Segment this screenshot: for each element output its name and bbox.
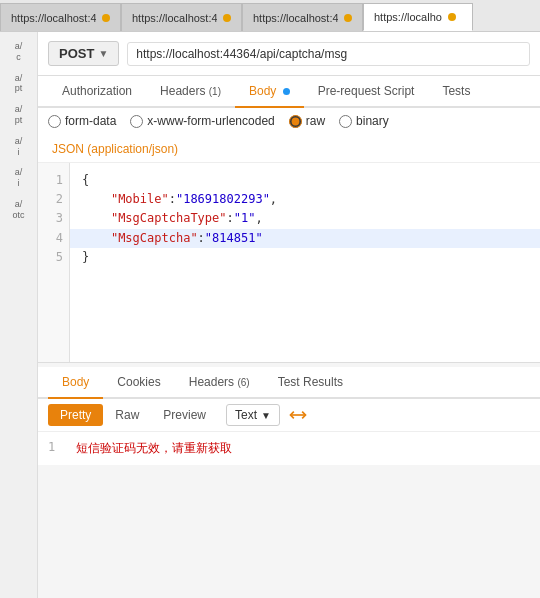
tab-1[interactable]: https://localhost:44 (0, 3, 121, 31)
line-num-2: 2 (44, 190, 63, 209)
main-layout: a/c a/pt a/pt a/i a/i a/otc POST ▼ Autho… (0, 32, 540, 598)
response-tab-cookies-label: Cookies (117, 375, 160, 389)
line-num-3: 3 (44, 209, 63, 228)
tab-bar: https://localhost:44 https://localhost:4… (0, 0, 540, 32)
view-raw-label: Raw (115, 408, 139, 422)
method-arrow-icon: ▼ (98, 48, 108, 59)
tab-pre-request-label: Pre-request Script (318, 84, 415, 98)
response-text-1: 短信验证码无效，请重新获取 (76, 440, 232, 457)
json-type-label: JSON (application/json) (52, 142, 178, 156)
url-input[interactable] (127, 42, 530, 66)
tab-2-label: https://localhost:44 (132, 12, 217, 24)
response-tab-test-results-label: Test Results (278, 375, 343, 389)
tab-authorization[interactable]: Authorization (48, 76, 146, 106)
response-tab-cookies[interactable]: Cookies (103, 367, 174, 397)
line-numbers: 1 2 3 4 5 (38, 163, 70, 362)
tab-2[interactable]: https://localhost:44 (121, 3, 242, 31)
tab-body-label: Body (249, 84, 276, 98)
response-tab-headers-badge: (6) (237, 377, 249, 388)
tab-4[interactable]: https://localho (363, 3, 473, 31)
tab-1-dot (102, 14, 110, 22)
radio-urlencoded[interactable]: x-www-form-urlencoded (130, 114, 274, 128)
tab-1-label: https://localhost:44 (11, 12, 96, 24)
code-line-5: } (82, 248, 528, 267)
line-num-1: 1 (44, 171, 63, 190)
response-tabs: Body Cookies Headers (6) Test Results (38, 367, 540, 399)
tab-body-dot (283, 88, 290, 95)
tab-headers[interactable]: Headers (1) (146, 76, 235, 106)
response-line-num-1: 1 (48, 440, 68, 457)
text-dropdown-arrow-icon: ▼ (261, 410, 271, 421)
tab-3-dot (344, 14, 352, 22)
sidebar: a/c a/pt a/pt a/i a/i a/otc (0, 32, 38, 598)
tab-3[interactable]: https://localhost:44 (242, 3, 363, 31)
response-tab-headers-label: Headers (189, 375, 234, 389)
url-bar: POST ▼ (38, 32, 540, 76)
radio-form-data[interactable]: form-data (48, 114, 116, 128)
view-preview-label: Preview (163, 408, 206, 422)
radio-raw[interactable]: raw (289, 114, 325, 128)
body-type-row: form-data x-www-form-urlencoded raw bina… (38, 108, 540, 163)
method-label: POST (59, 46, 94, 61)
line-num-4: 4 (44, 229, 63, 248)
code-editor: 1 2 3 4 5 { "Mobile":"18691802293", "Msg… (38, 163, 540, 363)
text-dropdown-label: Text (235, 408, 257, 422)
response-tab-body[interactable]: Body (48, 367, 103, 397)
tab-headers-badge: (1) (209, 86, 221, 97)
method-button[interactable]: POST ▼ (48, 41, 119, 66)
code-line-3: "MsgCaptchaType":"1", (82, 209, 528, 228)
code-line-2: "Mobile":"18691802293", (82, 190, 528, 209)
radio-binary[interactable]: binary (339, 114, 389, 128)
response-body: 1 短信验证码无效，请重新获取 (38, 432, 540, 465)
tab-tests-label: Tests (442, 84, 470, 98)
sidebar-item-4[interactable]: a/i (13, 133, 25, 161)
view-preview-button[interactable]: Preview (151, 404, 218, 426)
nav-tabs: Authorization Headers (1) Body Pre-reque… (38, 76, 540, 108)
sidebar-item-5[interactable]: a/i (13, 164, 25, 192)
text-dropdown[interactable]: Text ▼ (226, 404, 280, 426)
sidebar-item-3[interactable]: a/pt (13, 101, 25, 129)
urlencoded-label: x-www-form-urlencoded (147, 114, 274, 128)
form-data-label: form-data (65, 114, 116, 128)
tab-authorization-label: Authorization (62, 84, 132, 98)
tab-4-dot (448, 13, 456, 21)
sidebar-item-6[interactable]: a/otc (10, 196, 26, 224)
tab-pre-request[interactable]: Pre-request Script (304, 76, 429, 106)
content-area: POST ▼ Authorization Headers (1) Body Pr… (38, 32, 540, 598)
response-tab-body-label: Body (62, 375, 89, 389)
raw-label: raw (306, 114, 325, 128)
code-content[interactable]: { "Mobile":"18691802293", "MsgCaptchaTyp… (70, 163, 540, 362)
tab-3-label: https://localhost:44 (253, 12, 338, 24)
view-pretty-label: Pretty (60, 408, 91, 422)
tab-2-dot (223, 14, 231, 22)
tab-body[interactable]: Body (235, 76, 304, 106)
binary-label: binary (356, 114, 389, 128)
response-tab-headers[interactable]: Headers (6) (175, 367, 264, 397)
view-bar: Pretty Raw Preview Text ▼ (38, 399, 540, 432)
line-num-5: 5 (44, 248, 63, 267)
tab-4-label: https://localho (374, 11, 442, 23)
code-line-4: "MsgCaptcha":"814851" (70, 229, 540, 248)
sidebar-item-2[interactable]: a/pt (13, 70, 25, 98)
wrap-icon[interactable] (288, 405, 308, 425)
sidebar-item-1[interactable]: a/c (13, 38, 25, 66)
view-raw-button[interactable]: Raw (103, 404, 151, 426)
tab-tests[interactable]: Tests (428, 76, 484, 106)
code-line-1: { (82, 171, 528, 190)
response-tab-test-results[interactable]: Test Results (264, 367, 357, 397)
view-pretty-button[interactable]: Pretty (48, 404, 103, 426)
tab-headers-label: Headers (160, 84, 205, 98)
